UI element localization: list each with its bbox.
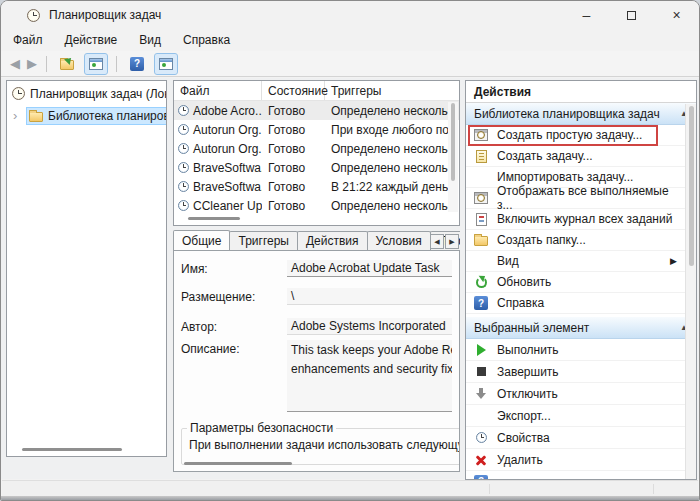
action-partial-clipped[interactable]: ? (466, 471, 685, 480)
action-display-running-tasks[interactable]: Отображать все выполняемые з... (466, 188, 685, 209)
tab-scroll-left-icon[interactable]: ◀ (430, 234, 444, 249)
chevron-right-icon[interactable]: › (13, 108, 22, 123)
show-action-pane-button[interactable] (155, 54, 177, 74)
details-horizontal-scrollbar[interactable] (184, 462, 292, 465)
action-disable[interactable]: Отключить (466, 383, 685, 405)
column-header-triggers[interactable]: Триггеры (325, 81, 459, 100)
delete-icon (475, 454, 487, 466)
create-task-icon (476, 150, 487, 163)
properties-icon (476, 432, 487, 443)
title-bar: Планировщик задач – × (1, 1, 699, 29)
task-row[interactable]: BraveSoftwa... Готово В 21:22 каждый ден… (174, 177, 459, 196)
menu-file[interactable]: Файл (11, 32, 45, 48)
task-triggers: В 21:22 каждый день - (325, 180, 459, 194)
action-help[interactable]: ? Справка (466, 293, 685, 314)
action-create-task[interactable]: Создать задачу... (466, 146, 685, 167)
task-file: Autorun Org... (193, 142, 262, 156)
task-row[interactable]: Adobe Acro... Готово Определено нескольк (174, 101, 459, 120)
action-view[interactable]: Вид ▶ (466, 251, 685, 272)
action-new-folder[interactable]: Создать папку... (466, 230, 685, 251)
scrollbar-thumb[interactable] (689, 106, 694, 266)
section-header-selected-item[interactable]: Выбранный элемент ▲ (466, 317, 696, 339)
tab-strip: Общие Триггеры Действия Условия Парам ◀ … (173, 229, 460, 250)
menu-action[interactable]: Действие (63, 32, 120, 48)
security-options-group: Параметры безопасности При выполнении за… (181, 421, 460, 465)
tab-general[interactable]: Общие (173, 230, 230, 250)
action-refresh[interactable]: Обновить (466, 272, 685, 293)
scrollbar-thumb[interactable] (451, 103, 455, 181)
task-clock-icon (178, 143, 189, 154)
task-triggers: Определено нескольк (325, 161, 459, 175)
column-header-file[interactable]: Файл (174, 81, 262, 100)
action-label: Импортировать задачу... (497, 170, 633, 184)
window-title: Планировщик задач (49, 8, 161, 22)
toolbar: ◀ ▶ ? (1, 51, 699, 77)
toolbar-separator (46, 56, 47, 72)
task-state: Готово (262, 199, 325, 213)
action-export[interactable]: Экспорт... (466, 405, 685, 427)
task-row[interactable]: CCleaner Up... Готово Определено несколь… (174, 196, 459, 215)
task-row[interactable]: BraveSoftwa... Готово Определено несколь… (174, 158, 459, 177)
action-label: Обновить (497, 275, 551, 289)
action-create-basic-task[interactable]: Создать простую задачу... (466, 125, 685, 146)
action-label: Отключить (497, 387, 558, 401)
task-row[interactable]: Autorun Org... Готово Определено несколь… (174, 139, 459, 158)
export-list-button[interactable] (56, 54, 78, 74)
column-header-state[interactable]: Состояние (262, 81, 325, 100)
display-running-tasks-icon (474, 192, 488, 204)
toolbar-separator (116, 56, 117, 72)
task-file: Autorun Org... (193, 123, 262, 137)
tab-scrollers: ◀ ▶ (430, 234, 459, 249)
tab-actions[interactable]: Действия (297, 231, 368, 250)
help-button[interactable]: ? (126, 54, 148, 74)
disable-icon (475, 388, 487, 400)
create-basic-task-icon (474, 129, 488, 141)
task-row[interactable]: Autorun Org... Готово При входе любого п… (174, 120, 459, 139)
description-value: This task keeps your Adobe Re enhancemen… (287, 340, 452, 412)
actions-pane-title: Действия (466, 81, 696, 103)
help-icon: ? (130, 57, 144, 71)
tree-horizontal-scrollbar[interactable] (22, 448, 122, 451)
maximize-button[interactable] (609, 1, 654, 29)
action-label: Свойства (497, 431, 550, 445)
end-icon (477, 367, 486, 376)
task-list-vertical-scrollbar[interactable] (448, 102, 458, 212)
action-delete[interactable]: Удалить (466, 449, 685, 471)
task-clock-icon (178, 200, 189, 211)
tab-scroll-right-icon[interactable]: ▶ (445, 234, 459, 249)
action-enable-task-history[interactable]: Включить журнал всех заданий (466, 209, 685, 230)
action-end[interactable]: Завершить (466, 361, 685, 383)
task-state: Готово (262, 104, 325, 118)
task-list-horizontal-scrollbar[interactable] (188, 217, 240, 220)
menu-view[interactable]: Вид (137, 32, 163, 48)
close-button[interactable]: × (654, 1, 699, 29)
tab-conditions[interactable]: Условия (367, 231, 431, 250)
action-label: Экспорт... (497, 409, 551, 423)
section-header-label: Выбранный элемент (474, 321, 589, 335)
window-controls: – × (564, 1, 699, 29)
submenu-arrow-icon: ▶ (670, 256, 677, 266)
section-header-library[interactable]: Библиотека планировщика задач ▲ (466, 103, 696, 125)
tab-triggers[interactable]: Триггеры (229, 231, 298, 250)
action-label: Завершить (497, 365, 559, 379)
tree-item-task-library[interactable]: › Библиотека планировщ (7, 106, 166, 125)
actions-vertical-scrollbar[interactable] (685, 104, 696, 479)
minimize-button[interactable]: – (564, 1, 609, 29)
menu-bar: Файл Действие Вид Справка (1, 29, 699, 51)
back-arrow-icon[interactable]: ◀ (10, 57, 20, 70)
actions-pane: Действия Библиотека планировщика задач ▲… (465, 80, 697, 480)
action-label: Создать задачу... (497, 149, 593, 163)
run-icon (477, 344, 486, 356)
forward-arrow-icon[interactable]: ▶ (27, 57, 37, 70)
status-bar (2, 480, 698, 496)
task-file: Adobe Acro... (193, 104, 262, 118)
action-run[interactable]: Выполнить (466, 339, 685, 361)
show-console-tree-button[interactable] (85, 54, 107, 74)
location-value: \ (287, 288, 452, 305)
menu-help[interactable]: Справка (181, 32, 232, 48)
tree-item-task-scheduler-root[interactable]: Планировщик задач (Локал (7, 84, 166, 103)
console-tree-panel: Планировщик задач (Локал › Библиотека пл… (6, 80, 167, 457)
status-bar-divider (653, 484, 654, 494)
task-file: CCleaner Up... (193, 199, 262, 213)
action-properties[interactable]: Свойства (466, 427, 685, 449)
